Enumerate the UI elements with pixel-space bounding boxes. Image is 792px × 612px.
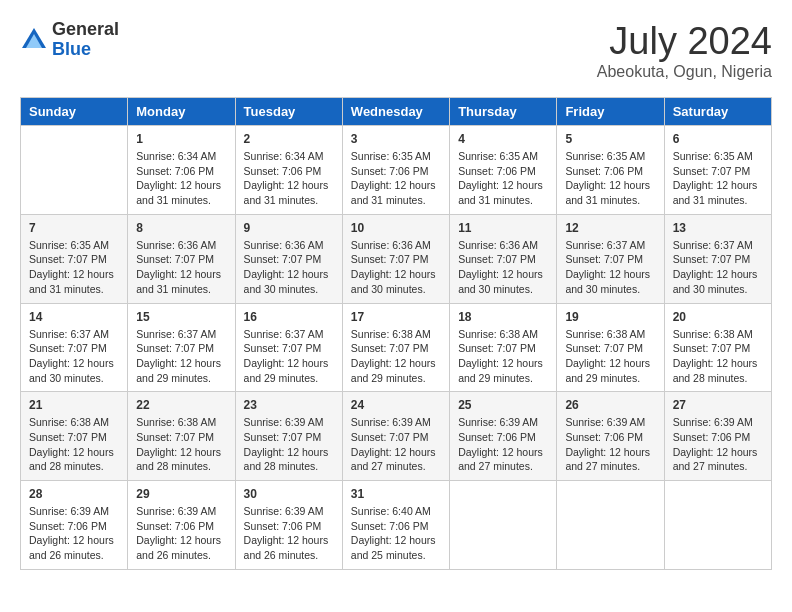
day-number: 7 [29, 221, 119, 235]
day-number: 16 [244, 310, 334, 324]
day-info: Sunrise: 6:37 AM Sunset: 7:07 PM Dayligh… [244, 327, 334, 386]
calendar-cell: 3Sunrise: 6:35 AM Sunset: 7:06 PM Daylig… [342, 126, 449, 215]
calendar-cell: 2Sunrise: 6:34 AM Sunset: 7:06 PM Daylig… [235, 126, 342, 215]
logo-general: General [52, 20, 119, 40]
day-number: 28 [29, 487, 119, 501]
day-info: Sunrise: 6:34 AM Sunset: 7:06 PM Dayligh… [136, 149, 226, 208]
day-number: 4 [458, 132, 548, 146]
calendar-cell: 6Sunrise: 6:35 AM Sunset: 7:07 PM Daylig… [664, 126, 771, 215]
day-info: Sunrise: 6:39 AM Sunset: 7:07 PM Dayligh… [244, 415, 334, 474]
day-number: 12 [565, 221, 655, 235]
day-number: 23 [244, 398, 334, 412]
day-info: Sunrise: 6:35 AM Sunset: 7:06 PM Dayligh… [458, 149, 548, 208]
day-number: 11 [458, 221, 548, 235]
day-info: Sunrise: 6:38 AM Sunset: 7:07 PM Dayligh… [29, 415, 119, 474]
day-info: Sunrise: 6:38 AM Sunset: 7:07 PM Dayligh… [673, 327, 763, 386]
calendar-cell: 19Sunrise: 6:38 AM Sunset: 7:07 PM Dayli… [557, 303, 664, 392]
week-row-2: 7Sunrise: 6:35 AM Sunset: 7:07 PM Daylig… [21, 214, 772, 303]
logo: General Blue [20, 20, 119, 60]
day-info: Sunrise: 6:35 AM Sunset: 7:07 PM Dayligh… [673, 149, 763, 208]
calendar-cell: 11Sunrise: 6:36 AM Sunset: 7:07 PM Dayli… [450, 214, 557, 303]
calendar-cell: 31Sunrise: 6:40 AM Sunset: 7:06 PM Dayli… [342, 481, 449, 570]
day-number: 1 [136, 132, 226, 146]
calendar-cell: 28Sunrise: 6:39 AM Sunset: 7:06 PM Dayli… [21, 481, 128, 570]
calendar-cell: 29Sunrise: 6:39 AM Sunset: 7:06 PM Dayli… [128, 481, 235, 570]
day-number: 31 [351, 487, 441, 501]
day-info: Sunrise: 6:39 AM Sunset: 7:07 PM Dayligh… [351, 415, 441, 474]
calendar-header-row: SundayMondayTuesdayWednesdayThursdayFrid… [21, 98, 772, 126]
day-number: 9 [244, 221, 334, 235]
calendar-cell: 21Sunrise: 6:38 AM Sunset: 7:07 PM Dayli… [21, 392, 128, 481]
day-info: Sunrise: 6:39 AM Sunset: 7:06 PM Dayligh… [244, 504, 334, 563]
calendar-cell: 18Sunrise: 6:38 AM Sunset: 7:07 PM Dayli… [450, 303, 557, 392]
day-header-wednesday: Wednesday [342, 98, 449, 126]
calendar-cell: 5Sunrise: 6:35 AM Sunset: 7:06 PM Daylig… [557, 126, 664, 215]
day-info: Sunrise: 6:38 AM Sunset: 7:07 PM Dayligh… [136, 415, 226, 474]
day-info: Sunrise: 6:37 AM Sunset: 7:07 PM Dayligh… [673, 238, 763, 297]
day-number: 20 [673, 310, 763, 324]
month-year: July 2024 [597, 20, 772, 63]
logo-icon [20, 26, 48, 54]
day-info: Sunrise: 6:39 AM Sunset: 7:06 PM Dayligh… [136, 504, 226, 563]
day-header-friday: Friday [557, 98, 664, 126]
day-number: 19 [565, 310, 655, 324]
day-number: 3 [351, 132, 441, 146]
day-number: 25 [458, 398, 548, 412]
calendar-cell: 10Sunrise: 6:36 AM Sunset: 7:07 PM Dayli… [342, 214, 449, 303]
page-header: General Blue July 2024 Abeokuta, Ogun, N… [20, 20, 772, 81]
calendar-cell [21, 126, 128, 215]
day-info: Sunrise: 6:37 AM Sunset: 7:07 PM Dayligh… [565, 238, 655, 297]
calendar-cell: 23Sunrise: 6:39 AM Sunset: 7:07 PM Dayli… [235, 392, 342, 481]
day-info: Sunrise: 6:35 AM Sunset: 7:07 PM Dayligh… [29, 238, 119, 297]
day-info: Sunrise: 6:40 AM Sunset: 7:06 PM Dayligh… [351, 504, 441, 563]
calendar-cell: 24Sunrise: 6:39 AM Sunset: 7:07 PM Dayli… [342, 392, 449, 481]
calendar-cell: 8Sunrise: 6:36 AM Sunset: 7:07 PM Daylig… [128, 214, 235, 303]
calendar-cell: 25Sunrise: 6:39 AM Sunset: 7:06 PM Dayli… [450, 392, 557, 481]
day-number: 27 [673, 398, 763, 412]
day-number: 17 [351, 310, 441, 324]
calendar-cell [557, 481, 664, 570]
day-info: Sunrise: 6:39 AM Sunset: 7:06 PM Dayligh… [673, 415, 763, 474]
week-row-4: 21Sunrise: 6:38 AM Sunset: 7:07 PM Dayli… [21, 392, 772, 481]
calendar-cell: 12Sunrise: 6:37 AM Sunset: 7:07 PM Dayli… [557, 214, 664, 303]
calendar-cell [664, 481, 771, 570]
day-info: Sunrise: 6:38 AM Sunset: 7:07 PM Dayligh… [351, 327, 441, 386]
calendar-cell: 7Sunrise: 6:35 AM Sunset: 7:07 PM Daylig… [21, 214, 128, 303]
day-info: Sunrise: 6:39 AM Sunset: 7:06 PM Dayligh… [29, 504, 119, 563]
calendar-cell: 22Sunrise: 6:38 AM Sunset: 7:07 PM Dayli… [128, 392, 235, 481]
day-number: 8 [136, 221, 226, 235]
calendar-cell: 14Sunrise: 6:37 AM Sunset: 7:07 PM Dayli… [21, 303, 128, 392]
day-info: Sunrise: 6:36 AM Sunset: 7:07 PM Dayligh… [351, 238, 441, 297]
day-info: Sunrise: 6:37 AM Sunset: 7:07 PM Dayligh… [136, 327, 226, 386]
calendar-body: 1Sunrise: 6:34 AM Sunset: 7:06 PM Daylig… [21, 126, 772, 570]
week-row-5: 28Sunrise: 6:39 AM Sunset: 7:06 PM Dayli… [21, 481, 772, 570]
day-info: Sunrise: 6:37 AM Sunset: 7:07 PM Dayligh… [29, 327, 119, 386]
day-number: 29 [136, 487, 226, 501]
calendar-cell: 30Sunrise: 6:39 AM Sunset: 7:06 PM Dayli… [235, 481, 342, 570]
day-header-monday: Monday [128, 98, 235, 126]
calendar-cell: 13Sunrise: 6:37 AM Sunset: 7:07 PM Dayli… [664, 214, 771, 303]
day-header-thursday: Thursday [450, 98, 557, 126]
logo-text: General Blue [52, 20, 119, 60]
day-info: Sunrise: 6:38 AM Sunset: 7:07 PM Dayligh… [565, 327, 655, 386]
day-number: 18 [458, 310, 548, 324]
calendar-cell: 26Sunrise: 6:39 AM Sunset: 7:06 PM Dayli… [557, 392, 664, 481]
calendar-cell: 17Sunrise: 6:38 AM Sunset: 7:07 PM Dayli… [342, 303, 449, 392]
title-block: July 2024 Abeokuta, Ogun, Nigeria [597, 20, 772, 81]
day-header-sunday: Sunday [21, 98, 128, 126]
day-header-tuesday: Tuesday [235, 98, 342, 126]
day-number: 10 [351, 221, 441, 235]
day-info: Sunrise: 6:39 AM Sunset: 7:06 PM Dayligh… [565, 415, 655, 474]
calendar-cell: 27Sunrise: 6:39 AM Sunset: 7:06 PM Dayli… [664, 392, 771, 481]
day-info: Sunrise: 6:36 AM Sunset: 7:07 PM Dayligh… [136, 238, 226, 297]
calendar-cell: 16Sunrise: 6:37 AM Sunset: 7:07 PM Dayli… [235, 303, 342, 392]
day-info: Sunrise: 6:34 AM Sunset: 7:06 PM Dayligh… [244, 149, 334, 208]
day-number: 5 [565, 132, 655, 146]
location: Abeokuta, Ogun, Nigeria [597, 63, 772, 81]
day-info: Sunrise: 6:36 AM Sunset: 7:07 PM Dayligh… [244, 238, 334, 297]
calendar-cell: 1Sunrise: 6:34 AM Sunset: 7:06 PM Daylig… [128, 126, 235, 215]
day-info: Sunrise: 6:38 AM Sunset: 7:07 PM Dayligh… [458, 327, 548, 386]
day-number: 26 [565, 398, 655, 412]
day-info: Sunrise: 6:39 AM Sunset: 7:06 PM Dayligh… [458, 415, 548, 474]
day-number: 13 [673, 221, 763, 235]
